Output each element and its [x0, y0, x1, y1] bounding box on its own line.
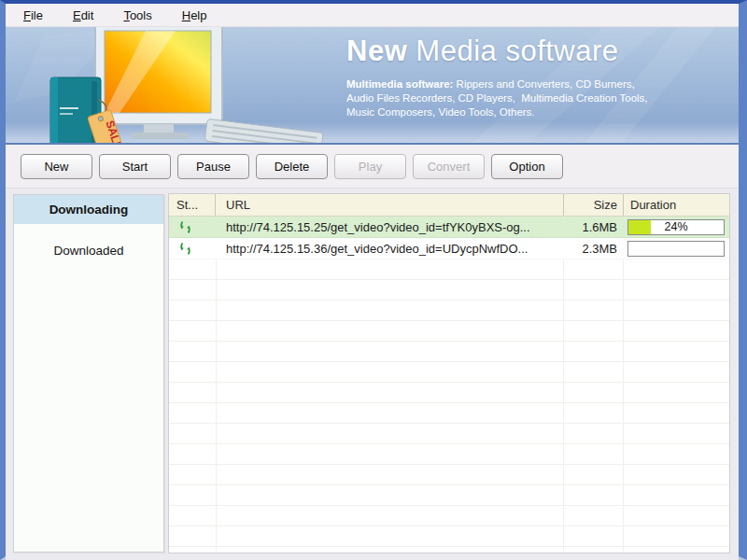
menu-bar: File Edit Tools Help: [6, 4, 739, 27]
column-header-status[interactable]: St...: [169, 194, 216, 216]
downloads-table: St... URL Size Duration http://74.125.15…: [168, 193, 730, 553]
header-banner: SALE New Media software Multimedia softw…: [6, 27, 739, 145]
app-title-rest: Media software: [407, 35, 618, 67]
convert-button: Convert: [413, 154, 485, 179]
sidebar-item-downloaded[interactable]: Downloaded: [14, 236, 163, 265]
subtitle-bold: Multimedia software:: [346, 78, 453, 90]
duration-cell: [623, 238, 729, 259]
url-cell: http://74.125.15.25/get_video?video_id=t…: [216, 217, 563, 237]
table-empty-area: [169, 259, 729, 553]
subtitle-line1: Rippers and Converters, CD Burners,: [453, 78, 634, 90]
progress-bar: [627, 241, 725, 257]
app-title-bold: New: [346, 35, 407, 67]
menu-tools[interactable]: Tools: [115, 6, 160, 25]
pause-button[interactable]: Pause: [177, 154, 249, 179]
size-cell: 2.3MB: [563, 238, 623, 259]
sidebar-item-downloading[interactable]: Downloading: [14, 195, 163, 224]
status-cell: [169, 238, 216, 259]
menu-help[interactable]: Help: [174, 6, 216, 25]
app-title: New Media software: [346, 35, 648, 68]
option-button[interactable]: Option: [491, 154, 563, 179]
table-header: St... URL Size Duration: [169, 194, 729, 217]
app-subtitle: Multimedia software: Rippers and Convert…: [346, 77, 648, 119]
progress-label: 24%: [628, 220, 724, 234]
progress-label: [628, 242, 724, 256]
sidebar: Downloading Downloaded: [13, 194, 164, 553]
table-row[interactable]: http://74.125.15.36/get_video?video_id=U…: [169, 238, 729, 259]
progress-bar: 24%: [627, 219, 725, 235]
subtitle-line2: Audio Files Recorders, CD Players, Multi…: [346, 91, 648, 105]
url-cell: http://74.125.15.36/get_video?video_id=U…: [216, 238, 563, 259]
new-button[interactable]: New: [21, 154, 92, 179]
column-gridline: [623, 259, 624, 553]
download-arrows-icon: [178, 242, 192, 256]
column-gridline: [563, 259, 564, 553]
column-header-url[interactable]: URL: [216, 194, 563, 216]
duration-cell: 24%: [623, 217, 729, 237]
app-window: File Edit Tools Help: [0, 0, 747, 560]
computer-sale-illustration: SALE: [6, 27, 323, 143]
column-header-duration[interactable]: Duration: [623, 194, 729, 216]
main-area: Downloading Downloaded St... URL Size Du…: [6, 189, 739, 560]
delete-button[interactable]: Delete: [256, 154, 328, 179]
status-cell: [169, 217, 216, 237]
column-gridline: [216, 259, 217, 553]
start-button[interactable]: Start: [99, 154, 171, 179]
menu-edit[interactable]: Edit: [64, 6, 102, 25]
keyboard: [204, 119, 323, 143]
subtitle-line3: Music Composers, Video Tools, Others.: [346, 105, 648, 119]
menu-file[interactable]: File: [15, 6, 51, 25]
column-header-size[interactable]: Size: [563, 194, 623, 216]
play-button: Play: [334, 154, 406, 179]
toolbar: New Start Pause Delete Play Convert Opti…: [6, 145, 739, 189]
table-row[interactable]: http://74.125.15.25/get_video?video_id=t…: [169, 217, 729, 238]
download-arrows-icon: [178, 220, 192, 234]
size-cell: 1.6MB: [563, 217, 623, 237]
